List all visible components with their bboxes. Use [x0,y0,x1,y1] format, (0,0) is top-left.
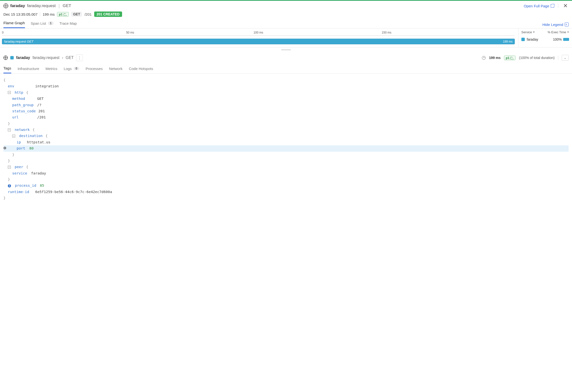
collapse-icon [565,22,569,26]
info-icon[interactable]: i [8,184,11,187]
flame-graph[interactable]: 0 50 ms 100 ms 150 ms faraday.request GE… [0,28,518,47]
tags-json-tree: { env integration − http { methodGET pat… [0,74,572,205]
tag-row[interactable]: servicefaraday [3,170,569,176]
env-pill[interactable]: p1 [504,56,515,60]
path-text: /201 [84,12,92,16]
collapse-icon[interactable]: − [8,91,11,94]
span-service: faraday [16,56,30,60]
span-duration: 199 ms [489,56,501,60]
external-link-icon [551,4,554,8]
globe-icon [3,3,8,8]
dtab-infrastructure[interactable]: Infrastructure [18,64,39,73]
dtab-code-hotspots[interactable]: Code Hotspots [129,64,153,73]
span-menu-button[interactable]: ⋮ [76,54,83,61]
view-tabs: Flame Graph Span List 1 Trace Map Hide L… [0,19,572,28]
tab-trace-map[interactable]: Trace Map [60,21,77,28]
tag-row-hovered[interactable]: port80 [3,145,569,151]
collapse-icon[interactable]: − [8,166,11,169]
legend-sort-exec[interactable]: % Exec Time [548,30,569,34]
sparkline-icon [64,13,67,16]
detail-tabs: Tags Infrastructure Metrics Logs0 Proces… [0,64,572,74]
tab-span-list[interactable]: Span List 1 [31,21,54,28]
exec-time-bar [563,38,569,41]
chevron-down-icon [533,32,535,33]
tag-row[interactable]: methodGET [3,96,569,102]
tag-group-peer[interactable]: − peer { [3,164,569,170]
dtab-tags[interactable]: Tags [3,64,11,73]
pct-of-total: (100% of total duration) [519,56,555,60]
legend-sort-service[interactable]: Service [521,30,535,34]
http-method: GET [63,3,71,8]
close-icon[interactable]: ✕ [562,3,569,9]
tag-row[interactable]: i process_id85 [3,182,569,189]
span-detail-header: faraday faraday.request › GET ⋮ 199 ms p… [0,52,572,64]
operation-name: faraday.request [27,3,56,8]
sparkline-icon [510,56,514,59]
tag-group-http[interactable]: − http { [3,90,569,96]
span-method: GET [65,56,74,60]
chevron-right-icon: › [62,56,63,60]
trace-meta-row: Dec 15 13:35:05.007 199 ms p1 GET /201 2… [0,10,572,19]
collapse-icon[interactable]: − [12,135,15,137]
gear-icon[interactable] [3,146,7,150]
time-axis: 0 50 ms 100 ms 150 ms [2,28,515,36]
resize-handle[interactable] [0,48,572,52]
tag-row[interactable]: url/201 [3,114,569,120]
tag-row[interactable]: path_group/? [3,102,569,108]
tag-row[interactable]: iphttpstat.us [3,139,569,145]
dtab-network[interactable]: Network [109,64,123,73]
span-bar[interactable]: faraday.request GET 199 ms [2,39,515,44]
collapse-icon[interactable]: − [8,129,11,131]
tag-group-destination[interactable]: − destination { [3,133,569,139]
service-name: faraday [10,3,25,8]
service-color-swatch [10,56,14,59]
dtab-processes[interactable]: Processes [86,64,103,73]
hide-legend-button[interactable]: Hide Legend [542,22,569,27]
env-pill[interactable]: p1 [57,12,68,17]
panel-header: faraday faraday.request | GET Open Full … [0,1,572,10]
dtab-metrics[interactable]: Metrics [46,64,57,73]
legend-row[interactable]: faraday 100% [521,34,569,41]
method-chip[interactable]: GET [71,12,82,17]
status-badge: 201 CREATED [94,12,122,17]
service-color-swatch [521,38,525,41]
span-op: faraday.request [32,56,60,60]
clock-icon [482,56,486,60]
dtab-logs[interactable]: Logs0 [64,64,79,73]
chevron-down-icon [567,32,569,33]
tab-flame-graph[interactable]: Flame Graph [3,21,25,28]
expand-button[interactable]: ⌄ [562,55,569,61]
duration: 199 ms [43,12,55,16]
service-legend: Service % Exec Time faraday 100% [518,28,572,47]
tag-group-network[interactable]: − network { [3,127,569,133]
timestamp: Dec 15 13:35:05.007 [3,12,37,16]
open-full-page-link[interactable]: Open Full Page [524,4,554,8]
globe-icon [3,56,8,60]
tag-row[interactable]: runtime-id6e5f1259-be56-44c6-9c7c-6e42ec… [3,189,569,195]
tag-row[interactable]: env integration [3,83,569,89]
tag-row[interactable]: status_code201 [3,108,569,114]
